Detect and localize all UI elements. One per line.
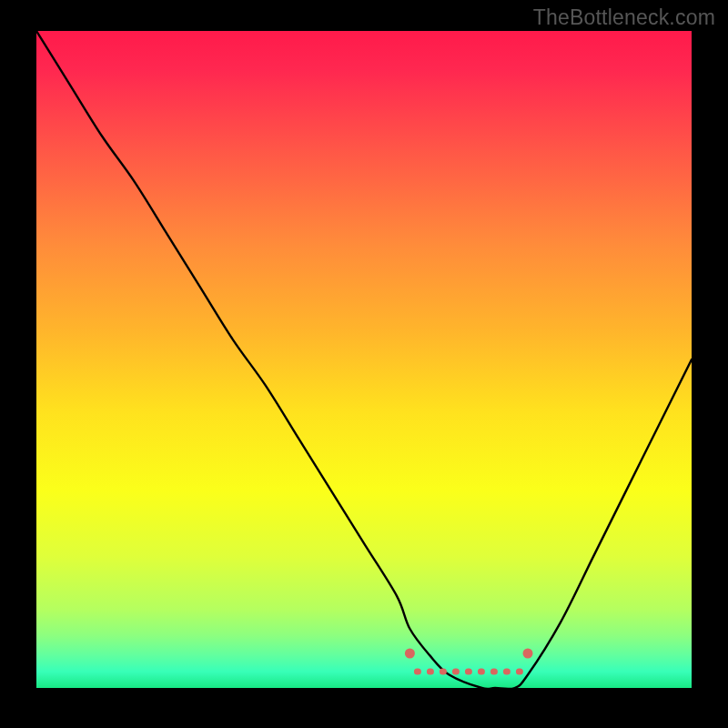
bottleneck-chart (36, 31, 692, 688)
gradient-background (36, 31, 692, 688)
watermark-text: TheBottleneck.com (533, 5, 715, 30)
svg-point-1 (523, 649, 533, 659)
chart-container: TheBottleneck.com (0, 0, 728, 728)
svg-point-0 (405, 649, 415, 659)
plot-area (36, 31, 692, 688)
